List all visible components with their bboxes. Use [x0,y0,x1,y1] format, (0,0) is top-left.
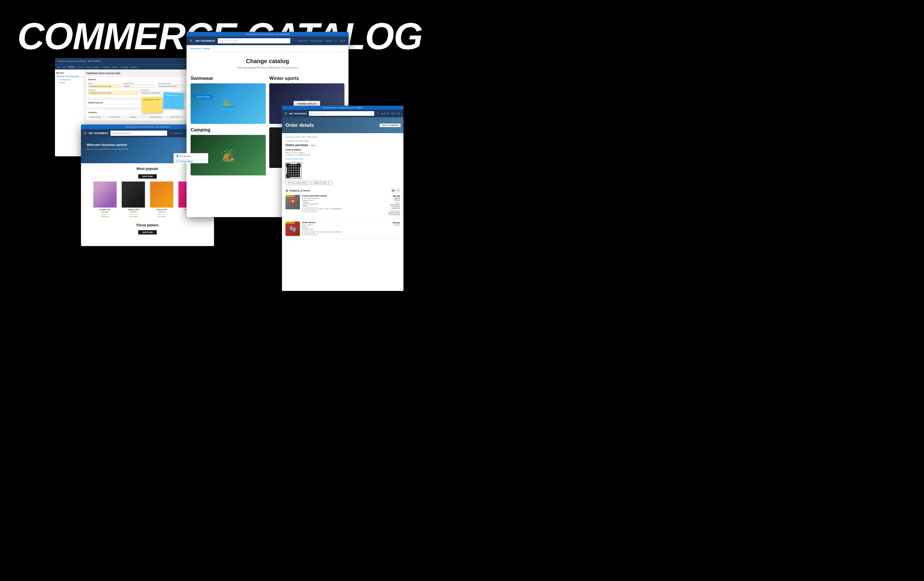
catalog-change-link[interactable]: Change catalog [310,40,322,42]
label-last-modified: Last published date [157,83,190,84]
gloves-cancel[interactable]: Cancel this item [330,231,342,235]
gloves-write-review[interactable]: Write a review [319,231,329,235]
helmet-thumbnail: Going Catalog ⛑️ [285,195,300,209]
buy-all-again-button[interactable]: BUY ALL ITEMS AGAIN [285,181,309,185]
nav-publish[interactable]: Publish [112,66,118,68]
product-card-2: Product Title $129.95 ★★★★☆ 443 reviews [120,182,146,217]
nav-attribute[interactable]: Attribute [130,66,137,68]
helmet-badge: Going Catalog [285,195,294,197]
shipping-items-count: (2 Items) [300,189,310,192]
qr-corner-bl [286,174,290,178]
products-table-header: Product number Product name Category Rel… [88,116,190,118]
value-description[interactable]: Fabrikam Semi-Annual Sale [88,91,138,95]
product-item-gloves: Going Catalog 🧤 Shalix Gloves Color: Cri… [285,222,400,239]
order-logo: AW / BUSINESS [289,112,307,115]
catalog-promo-bar: Save an extra 10% on all swimming | Code… [186,32,348,36]
search-placeholder: Search Adventure works [112,132,131,134]
helmet-img: ⛑️ [285,195,300,209]
nav-pricing[interactable]: Pricing [86,66,91,68]
order-details-title: Order details [285,123,314,128]
order-hamburger-icon[interactable]: ☰ [285,112,287,115]
label-catalog-num: Catalog number [123,83,155,84]
swimwear-label: Swimwear [191,76,266,81]
catalog-cart-icon[interactable]: 🛒 [335,40,337,42]
more-actions-button[interactable]: MORE ACTIONS ▼ [311,181,332,185]
nav-images[interactable]: Images [94,66,99,68]
product-img-3 [148,182,175,208]
product-img-1 [92,182,118,208]
label-status: Effective date [140,89,190,91]
site-dropdown[interactable]: Site ▼ [340,40,345,42]
back-to-shopping-button[interactable]: BACK TO SHOPPING [380,124,401,127]
catalog-user-name[interactable]: Adrianna [325,40,332,42]
catalog-promo-text: Save an extra 10% on all swimming | Code… [246,33,289,35]
catalog-search-box[interactable]: Search Adventure works [218,38,290,43]
sidebar-fabrikam[interactable]: Fabrikam Semi-Annual Sale [56,75,82,78]
sticky-note-yellow: Design theme: Active [142,97,162,113]
order-promo-text: Save an extra 10% on clearance items | C… [323,107,363,109]
list-view-button[interactable]: ≡ [396,189,400,192]
dropdown-change-catalog[interactable]: 📋 Change catalog [174,159,208,163]
order-header-actions: 📍 Seattle, WA Sign in 🛒 [376,112,401,115]
col-category: Category [130,116,148,118]
products-title: Products [88,111,190,114]
gloves-status: Shipped [386,224,400,226]
online-purchase-title: Online purchase 2 items [285,144,400,147]
nav-catalogs[interactable]: Catalogs [68,66,74,68]
value-name[interactable]: Fabrikam Semi-Annual Sale [88,84,120,88]
grid-view-button[interactable]: ⊞ [391,189,395,192]
catalog-location-icon: 📍 [293,40,295,42]
order-search-box[interactable]: What would you like? [309,111,374,116]
shipping-section: 📦 Shipping (2 Items) ⊞ ≡ Going Catalog ⛑… [285,189,400,239]
chevron-down-icon: ▼ [328,182,330,184]
gloves-price-area: $70.00 Shipped [386,222,400,236]
shop-now-button[interactable]: SHOP NOW [138,174,157,179]
helmet-buy-again[interactable]: BUY IT AGAIN [302,208,318,212]
catalog-hamburger-icon[interactable]: ☰ [190,40,192,42]
swimsuit-img-1 [93,182,117,208]
nav-products[interactable]: Products [77,66,84,68]
value-catalog-num[interactable]: 100001 [123,84,155,88]
hamburger-icon[interactable]: ☰ [84,132,86,135]
nav-translate[interactable]: Translation [102,66,110,68]
product-item-helmet: Going Catalog ⛑️ Furano Adult Bike Helme… [285,195,400,218]
sidebar-uncategorized[interactable]: ↳ Uncategorized [56,78,82,81]
ordered-by-text: Order placed by: Mika Canberi [285,140,400,142]
sidebar-fashion[interactable]: ↳ Fashion [56,81,82,84]
helmet-name: Furano Adult Bike Helmet [302,195,383,197]
product-card-1: Product Title $129.95 ★★★★☆ 443 reviews [92,182,118,217]
shipping-title: 📦 Shipping (2 Items) ⊞ ≡ [285,189,400,192]
business-search-box[interactable]: Search Adventure works [111,131,167,136]
swimsuit-img-3 [150,182,173,208]
helmet-write-review[interactable]: Write a review [319,208,329,212]
product-price-2: $129.95 [120,211,146,213]
gloves-badge: Going Catalog [285,222,294,223]
order-location-icon: 📍 [376,112,379,115]
helmet-color: Color: White Lacquered [302,197,383,199]
order-sign-in[interactable]: Sign in [391,113,396,114]
floral-shop-now-button[interactable]: SHOP NOW [138,230,157,235]
invoice-link[interactable]: 3 invoices Email invoice [285,158,400,160]
order-cart-icon[interactable]: 🛒 [398,112,401,115]
ship-to-address: Adrianna Moore713 Nike BlvdKirkland, WA [386,204,400,209]
helmet-cancel[interactable]: Cancel this item [330,208,342,212]
finance-app-name: Finance and Operations Preview [57,60,87,62]
nav-file[interactable]: File [57,66,60,68]
catalog-logo: AW / BUSINESS [195,40,215,42]
order-number: Order# 063501 [285,149,400,151]
col-product-name: Product name [110,116,128,118]
gloves-actions: BUY IT AGAIN Write a review Cancel this … [302,231,383,235]
gloves-buy-again[interactable]: BUY IT AGAIN [302,231,318,235]
items-count-badge: 2 items [309,144,316,146]
location-icon: 📍 [170,132,172,134]
nav-edit[interactable]: Edit [63,66,65,68]
value-last-modified[interactable]: 11/7/2021 08:16:24 PM [157,84,190,88]
nav-language[interactable]: Language [120,66,129,68]
change-catalog-label: Change catalog [180,161,193,162]
catalog-icon: 📋 [176,160,178,162]
dropdown-your-account[interactable]: 👤 Your account [174,154,208,159]
gloves-img: 🧤 [285,222,300,236]
product-title-1: Product Title [92,209,118,210]
floral-title: Floral pattern [83,223,212,227]
location-text: Seattle, WA [174,132,183,134]
